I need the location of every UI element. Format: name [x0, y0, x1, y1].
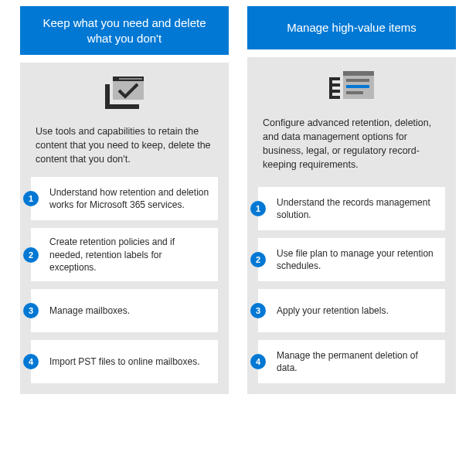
list-document-icon: [258, 71, 445, 105]
svg-rect-11: [329, 77, 340, 80]
step-number-badge: 4: [250, 354, 266, 369]
step-number-badge: 3: [23, 303, 39, 318]
step-item: 2 Create retention policies and if neede…: [31, 228, 218, 281]
column-retention: Keep what you need and delete what you d…: [20, 6, 229, 394]
svg-rect-6: [343, 71, 374, 76]
column-header: Manage high-value items: [247, 6, 456, 49]
step-item: 1 Understand the records management solu…: [258, 187, 445, 230]
step-number-badge: 1: [250, 201, 266, 216]
step-text: Understand the records management soluti…: [266, 196, 437, 221]
column-intro: Use tools and capabilities to retain the…: [31, 124, 218, 177]
step-item: 1 Understand how retention and deletion …: [31, 177, 218, 220]
svg-rect-9: [346, 91, 363, 94]
step-text: Manage the permanent deletion of data.: [266, 349, 437, 374]
steps-list: 1 Understand how retention and deletion …: [31, 177, 218, 383]
step-item: 4 Import PST files to online mailboxes.: [31, 340, 218, 383]
column-panel: Use tools and capabilities to retain the…: [20, 63, 229, 394]
step-item: 3 Manage mailboxes.: [31, 289, 218, 332]
svg-rect-14: [329, 96, 340, 99]
columns-container: Keep what you need and delete what you d…: [15, 6, 461, 394]
column-title: Keep what you need and delete what you d…: [36, 15, 213, 46]
svg-rect-3: [105, 104, 139, 109]
step-number-badge: 2: [23, 247, 39, 263]
svg-rect-7: [346, 79, 369, 82]
step-item: 2 Use file plan to manage your retention…: [258, 238, 445, 281]
column-records: Manage high-value items Configure advanc…: [247, 6, 456, 394]
step-text: Use file plan to manage your retention s…: [266, 247, 437, 272]
step-item: 4 Manage the permanent deletion of data.: [258, 340, 445, 383]
step-text: Understand how retention and deletion wo…: [39, 186, 210, 211]
step-text: Manage mailboxes.: [39, 304, 130, 317]
step-number-badge: 4: [23, 354, 39, 369]
step-number-badge: 1: [23, 191, 39, 206]
step-number-badge: 2: [250, 252, 266, 267]
step-item: 3 Apply your retention labels.: [258, 289, 445, 332]
svg-rect-12: [329, 83, 340, 87]
svg-rect-10: [329, 77, 332, 99]
step-number-badge: 3: [250, 303, 266, 318]
step-text: Apply your retention labels.: [266, 304, 389, 317]
step-text: Import PST files to online mailboxes.: [39, 355, 200, 368]
column-panel: Configure advanced retention, deletion, …: [247, 57, 456, 394]
checkmark-window-icon: [31, 76, 218, 114]
svg-rect-13: [329, 90, 340, 93]
svg-rect-2: [119, 78, 142, 80]
svg-rect-8: [346, 85, 369, 88]
column-title: Manage high-value items: [287, 20, 416, 36]
column-header: Keep what you need and delete what you d…: [20, 6, 229, 55]
steps-list: 1 Understand the records management solu…: [258, 187, 445, 383]
step-text: Create retention policies and if needed,…: [39, 236, 210, 274]
svg-rect-4: [105, 84, 110, 109]
column-intro: Configure advanced retention, deletion, …: [258, 116, 445, 183]
